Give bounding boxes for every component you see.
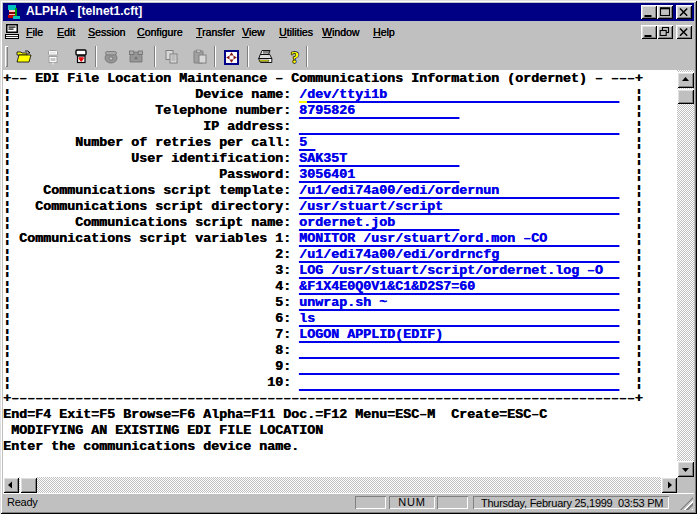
svg-text:?: ? bbox=[291, 49, 300, 65]
